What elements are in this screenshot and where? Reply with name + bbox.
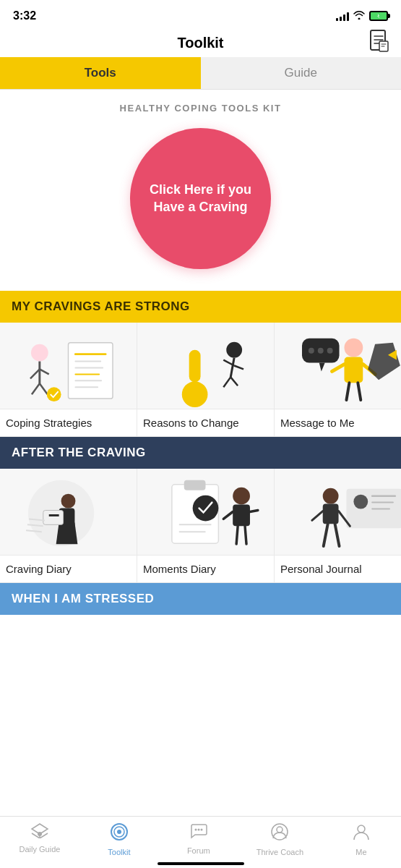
svg-marker-40 <box>56 522 78 544</box>
svg-point-33 <box>318 348 324 354</box>
card-image-journal <box>275 469 401 556</box>
svg-point-58 <box>353 495 368 509</box>
svg-point-34 <box>327 348 333 354</box>
svg-line-28 <box>346 383 349 400</box>
card-label-message: Message to Me <box>275 409 401 436</box>
svg-point-73 <box>194 829 197 831</box>
status-icons <box>336 10 388 22</box>
page-title: Toolkit <box>177 35 223 51</box>
svg-line-20 <box>223 377 230 387</box>
card-row-after-craving: Craving Diary <box>0 469 401 583</box>
header: Toolkit <box>0 29 401 57</box>
svg-rect-17 <box>189 350 201 383</box>
svg-point-24 <box>344 339 363 357</box>
card-coping-strategies[interactable]: Coping Strategies <box>0 323 137 437</box>
svg-line-23 <box>234 366 243 370</box>
craving-button-text: Click Here if you Have a Craving <box>150 182 251 216</box>
svg-point-32 <box>309 348 314 354</box>
card-image-coping <box>0 323 137 409</box>
nav-thrive-coach[interactable]: Thrive Coach <box>256 822 303 856</box>
tab-switcher: Tools Guide <box>0 57 401 90</box>
svg-line-26 <box>332 365 345 372</box>
svg-line-55 <box>236 526 238 544</box>
svg-marker-31 <box>319 363 325 372</box>
svg-line-21 <box>230 377 238 386</box>
svg-line-64 <box>324 524 328 546</box>
status-time: 3:32 <box>13 9 36 22</box>
card-craving-diary[interactable]: Craving Diary <box>0 469 137 583</box>
svg-line-53 <box>223 512 233 519</box>
nav-label-thrive-coach: Thrive Coach <box>256 848 303 856</box>
banner-when-stressed: WHEN I AM STRESSED <box>0 583 401 615</box>
svg-line-7 <box>40 383 48 394</box>
card-personal-journal[interactable]: Personal Journal <box>275 469 401 583</box>
svg-line-54 <box>250 511 258 512</box>
card-moments-diary[interactable]: Moments Diary <box>137 469 275 583</box>
card-label-coping: Coping Strategies <box>0 409 137 436</box>
wifi-icon <box>353 10 365 22</box>
svg-point-18 <box>226 342 242 358</box>
svg-line-29 <box>358 383 361 400</box>
toolkit-icon <box>110 822 129 846</box>
card-label-craving-diary: Craving Diary <box>0 556 137 582</box>
svg-line-19 <box>230 358 234 378</box>
svg-point-48 <box>193 495 219 522</box>
banner-strong-cravings: MY CRAVINGS ARE STRONG <box>0 291 401 323</box>
svg-point-74 <box>197 829 199 831</box>
svg-rect-9 <box>69 343 113 399</box>
card-image-moments <box>137 469 274 556</box>
svg-rect-52 <box>233 505 250 527</box>
nav-me[interactable]: Me <box>340 822 383 856</box>
card-image-reasons <box>137 323 274 409</box>
document-icon[interactable] <box>369 30 389 57</box>
status-bar: 3:32 <box>0 0 401 29</box>
card-label-moments-diary: Moments Diary <box>137 556 274 582</box>
svg-point-62 <box>323 488 339 504</box>
tab-guide[interactable]: Guide <box>201 57 402 89</box>
svg-rect-63 <box>323 504 339 524</box>
nav-toolkit[interactable]: Toolkit <box>98 822 141 856</box>
me-icon <box>352 822 371 846</box>
tab-tools[interactable]: Tools <box>0 57 201 89</box>
healthy-coping-label: HEALTHY COPING TOOLS KIT <box>0 90 401 121</box>
card-image-craving-diary <box>0 469 137 556</box>
svg-line-66 <box>312 511 323 521</box>
svg-line-6 <box>32 383 40 394</box>
svg-rect-41 <box>43 511 64 525</box>
svg-point-75 <box>200 829 202 831</box>
card-label-personal-journal: Personal Journal <box>275 556 401 582</box>
bottom-nav: Daily Guide Toolkit Forum <box>0 816 401 868</box>
svg-rect-25 <box>344 357 363 383</box>
nav-daily-guide[interactable]: Daily Guide <box>18 822 61 856</box>
card-label-reasons: Reasons to Change <box>137 409 274 436</box>
svg-point-78 <box>358 825 365 833</box>
card-reasons-to-change[interactable]: Reasons to Change <box>137 323 275 437</box>
battery-icon <box>369 11 388 21</box>
svg-line-4 <box>30 369 40 378</box>
nav-forum[interactable]: Forum <box>177 822 220 856</box>
svg-point-16 <box>182 381 208 407</box>
nav-label-toolkit: Toolkit <box>108 848 130 856</box>
svg-line-5 <box>40 369 49 374</box>
craving-circle-wrap: Click Here if you Have a Craving <box>0 121 401 291</box>
svg-line-56 <box>245 526 246 544</box>
svg-point-38 <box>61 494 76 509</box>
svg-point-72 <box>117 830 121 834</box>
forum-icon <box>189 822 208 844</box>
craving-button[interactable]: Click Here if you Have a Craving <box>130 128 271 269</box>
signal-icon <box>336 11 349 21</box>
banner-after-craving: AFTER THE CRAVING <box>0 437 401 469</box>
daily-guide-icon <box>30 822 49 843</box>
svg-rect-47 <box>184 480 206 490</box>
home-indicator <box>158 862 244 865</box>
nav-label-daily-guide: Daily Guide <box>20 845 61 854</box>
thrive-coach-icon <box>270 822 289 846</box>
svg-point-77 <box>277 827 283 833</box>
svg-line-65 <box>335 524 340 546</box>
card-message-to-me[interactable]: Message to Me <box>275 323 401 437</box>
card-image-message <box>275 323 401 409</box>
card-row-strong-cravings: Coping Strategies Reasons to Change <box>0 323 401 437</box>
nav-label-forum: Forum <box>187 846 210 855</box>
svg-point-2 <box>31 344 48 362</box>
svg-point-51 <box>233 488 250 505</box>
